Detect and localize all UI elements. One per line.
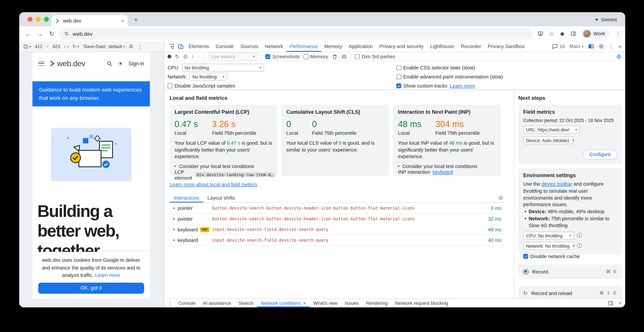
paint-instrumentation-checkbox-box[interactable] [396, 74, 401, 79]
drawer-tab-rendering[interactable]: Rendering [362, 299, 392, 307]
promo-banner[interactable]: Guidance to build modern web experiences… [32, 81, 150, 106]
interaction-row[interactable]: ▸ pointer button.devsite-search-button.d… [170, 214, 506, 224]
paint-instrumentation-checkbox[interactable]: Enable advanced paint instrumentation (s… [396, 74, 503, 80]
field-device-select[interactable]: Device: Auto (Mobile) ▾ [523, 136, 573, 144]
rotate-select[interactable]: ↻ ▾ [72, 44, 79, 49]
record-button[interactable]: Record ⌘ E [518, 265, 622, 279]
drawer-tab-issues[interactable]: Issues [341, 299, 362, 307]
drawer-tab-search[interactable]: Search [235, 299, 257, 307]
device-height-input[interactable]: 823 [52, 44, 60, 49]
fullscreen-window-button[interactable] [44, 17, 49, 22]
tab-elements[interactable]: Elements [185, 41, 212, 52]
dim-3rd-parties-checkbox[interactable]: Dim 3rd parties [355, 54, 395, 59]
drawer-tab-close-icon[interactable]: × [303, 300, 306, 306]
throttling-icon[interactable] [129, 44, 134, 49]
drawer-tab-network-conditions[interactable]: Network conditions × [257, 299, 310, 307]
browser-menu-icon[interactable]: ⋮ [615, 30, 621, 37]
cpu-info-icon[interactable]: ⓘ [577, 232, 582, 239]
css-selector-stats-checkbox[interactable]: Enable CSS selector stats (slow) [396, 65, 475, 70]
load-profile-icon[interactable]: ↑ [191, 54, 194, 59]
disable-js-samples-checkbox-box[interactable] [168, 83, 172, 88]
tab-memory[interactable]: Memory [321, 41, 346, 52]
gemini-button[interactable]: ✦ Gemini [594, 17, 617, 22]
drawer-tab-ai-assistance[interactable]: AI assistance [199, 299, 235, 307]
devtools-settings-icon[interactable] [598, 44, 604, 49]
record-and-reload-button[interactable]: ↻ Record and reload ⌘ ⇧ E [518, 286, 622, 298]
bookmark-star-icon[interactable]: ☆ [548, 30, 554, 37]
tab-application[interactable]: Application [346, 41, 376, 52]
device-toolbar-more-icon[interactable]: ⋮ [137, 43, 142, 50]
network-throttling-select[interactable]: No throttling ▾ [190, 73, 227, 80]
dim-3rd-parties-checkbox-box[interactable] [355, 54, 360, 59]
site-info-icon[interactable] [64, 31, 69, 36]
tab-privacy-security[interactable]: Privacy and security [376, 41, 427, 52]
new-tab-button[interactable]: + [131, 15, 141, 25]
drawer-tab-console[interactable]: Console [174, 299, 199, 307]
cookie-accept-button[interactable]: OK, got it [38, 282, 144, 294]
page-search-icon[interactable] [107, 61, 112, 66]
main-context-select[interactable]: Main ▾ [570, 44, 584, 49]
memory-checkbox-box[interactable] [303, 54, 308, 59]
tab-lighthouse[interactable]: Lighthouse [427, 41, 458, 52]
interaction-row[interactable]: ▸ keyboard input.devsite-search-field.de… [170, 235, 506, 246]
zoom-select[interactable]: ↕ ▾ [64, 44, 69, 49]
record-reload-icon[interactable]: ↻ [175, 54, 180, 59]
drawer-more-icon[interactable]: ⋮ [168, 300, 173, 306]
clear-log-icon[interactable]: ⊘ [499, 195, 503, 201]
custom-tracks-checkbox[interactable]: Show custom tracks [396, 83, 448, 88]
minimize-window-button[interactable] [36, 17, 41, 22]
tab-sources[interactable]: Sources [237, 41, 262, 52]
tab-interactions[interactable]: Interactions [170, 193, 204, 202]
toggle-device-toolbar-icon[interactable] [176, 41, 185, 52]
dock-side-icon[interactable] [588, 44, 594, 49]
inspect-element-icon[interactable] [166, 41, 176, 52]
custom-tracks-checkbox-box[interactable] [396, 83, 401, 88]
screenshots-checkbox-box[interactable] [265, 54, 270, 59]
disable-cache-checkbox-box[interactable] [523, 254, 528, 259]
drawer-tab-network-request-blocking[interactable]: Network request blocking [391, 299, 452, 307]
custom-tracks-learn-more-link[interactable]: Learn more [450, 83, 475, 88]
inp-interaction-link[interactable]: keyboard [433, 169, 453, 175]
drawer-dock-icon[interactable] [608, 300, 614, 306]
tab-performance[interactable]: Performance [286, 41, 321, 52]
clear-icon[interactable]: ⊘ [183, 54, 188, 59]
reload-button[interactable]: ↻ [47, 30, 56, 37]
install-icon[interactable] [538, 31, 543, 36]
tab-network[interactable]: Network [262, 41, 286, 52]
record-icon[interactable] [168, 54, 171, 58]
device-type-select[interactable]: ▾ [23, 44, 31, 49]
css-selector-stats-checkbox-box[interactable] [396, 65, 401, 70]
env-network-select[interactable]: Network: No throttling ▾ [523, 242, 574, 250]
lcp-test-conditions-disclosure[interactable]: ▸ Consider your local test conditions [174, 163, 272, 169]
sign-in-link[interactable]: Sign in [128, 61, 144, 66]
capture-settings-icon[interactable] [341, 54, 347, 59]
memory-checkbox[interactable]: Memory [303, 54, 328, 59]
cookie-learn-more-link[interactable]: Learn more [95, 272, 120, 278]
tab-close-icon[interactable]: × [121, 18, 124, 24]
devtools-close-icon[interactable]: × [618, 43, 622, 50]
devtools-more-icon[interactable]: ⋮ [608, 43, 614, 50]
extensions-puzzle-icon[interactable] [560, 31, 565, 36]
interaction-row[interactable]: ▸ pointer button.devsite-search-button.d… [170, 203, 506, 214]
back-button[interactable]: ← [23, 30, 32, 37]
device-width-input[interactable]: 412 [35, 44, 42, 49]
configure-button[interactable]: Configure [583, 150, 617, 160]
tab-layout-shifts[interactable]: Layout shifts [203, 193, 239, 202]
forward-button[interactable]: → [35, 30, 44, 37]
inp-test-conditions-disclosure[interactable]: ▸ Consider your local test conditions [398, 163, 496, 169]
lcp-element-link[interactable]: div.devsite-landing-row-item-d… [194, 172, 275, 178]
device-toolbar-link[interactable]: device toolbar [542, 181, 572, 187]
perf-settings-gear-icon[interactable] [616, 54, 622, 59]
hamburger-menu-icon[interactable] [38, 61, 44, 66]
cpu-throttling-select[interactable]: No throttling ▾ [182, 64, 264, 72]
metrics-learn-more-link[interactable]: Learn more about local and field metrics [170, 182, 257, 187]
webdev-logo[interactable]: web.dev [49, 59, 85, 68]
interaction-row[interactable]: ▸ keyboard INP input.devsite-search-fiel… [170, 224, 506, 235]
close-window-button[interactable] [28, 17, 32, 22]
drawer-tab-whats-new[interactable]: What's new [310, 299, 341, 307]
tab-privacy-sandbox[interactable]: Privacy Sandbox [484, 41, 528, 52]
browser-tab[interactable]: web.dev × [52, 15, 128, 26]
console-messages-button[interactable]: 16 [552, 44, 565, 49]
address-bar[interactable]: web.dev [59, 28, 532, 39]
theme-toggle-icon[interactable]: ☀ [118, 60, 123, 67]
